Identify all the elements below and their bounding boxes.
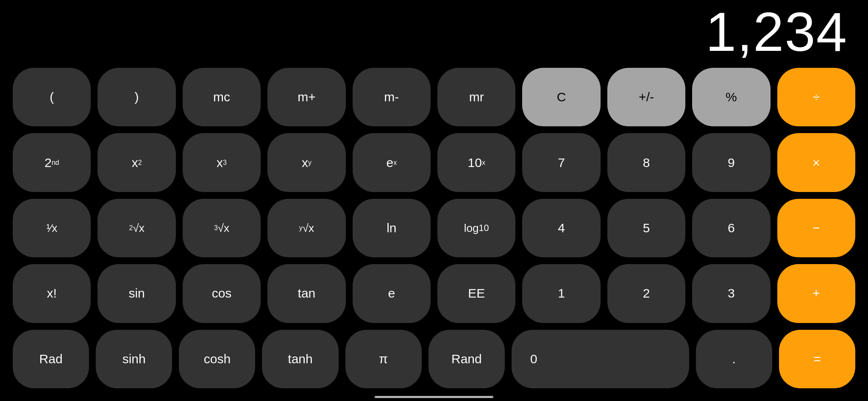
pi-button[interactable]: π: [345, 330, 422, 388]
tanh-button[interactable]: tanh: [262, 330, 338, 388]
x-squared-button[interactable]: x2: [97, 133, 175, 192]
m-minus-button[interactable]: m-: [353, 68, 431, 126]
minus-button[interactable]: −: [777, 199, 855, 257]
button-grid: ( ) mc m+ m- mr C +/- % ÷ 2nd x2 x3 xy e…: [0, 68, 868, 393]
six-button[interactable]: 6: [692, 199, 770, 257]
row-1: ( ) mc m+ m- mr C +/- % ÷: [13, 68, 855, 126]
sqrty-button[interactable]: y√x: [267, 199, 345, 257]
display-area: 1,234: [0, 0, 868, 68]
rand-button[interactable]: Rand: [428, 330, 505, 388]
log10-button[interactable]: log10: [437, 199, 515, 257]
multiply-button[interactable]: ×: [777, 133, 855, 192]
ln-button[interactable]: ln: [353, 199, 431, 257]
cosh-button[interactable]: cosh: [179, 330, 255, 388]
clear-button[interactable]: C: [522, 68, 600, 126]
e-button[interactable]: e: [353, 264, 431, 323]
decimal-button[interactable]: .: [696, 330, 772, 388]
equals-button[interactable]: =: [779, 330, 855, 388]
tan-button[interactable]: tan: [267, 264, 345, 323]
x-y-button[interactable]: xy: [267, 133, 345, 192]
mr-button[interactable]: mr: [437, 68, 515, 126]
two-button[interactable]: 2: [607, 264, 685, 323]
divide-button[interactable]: ÷: [777, 68, 855, 126]
row-3: ¹⁄x 2√x 3√x y√x ln log10 4 5 6 −: [13, 199, 855, 257]
zero-button[interactable]: 0: [512, 330, 689, 388]
one-over-x-button[interactable]: ¹⁄x: [13, 199, 91, 257]
e-x-button[interactable]: ex: [353, 133, 431, 192]
five-button[interactable]: 5: [607, 199, 685, 257]
ee-button[interactable]: EE: [437, 264, 515, 323]
percent-button[interactable]: %: [692, 68, 770, 126]
ten-x-button[interactable]: 10x: [437, 133, 515, 192]
row-5: Rad sinh cosh tanh π Rand 0 . =: [13, 330, 855, 388]
sqrt3-button[interactable]: 3√x: [183, 199, 261, 257]
factorial-button[interactable]: x!: [13, 264, 91, 323]
cos-button[interactable]: cos: [183, 264, 261, 323]
four-button[interactable]: 4: [522, 199, 600, 257]
m-plus-button[interactable]: m+: [267, 68, 345, 126]
plus-minus-button[interactable]: +/-: [607, 68, 685, 126]
second-button[interactable]: 2nd: [13, 133, 91, 192]
sin-button[interactable]: sin: [97, 264, 175, 323]
open-paren-button[interactable]: (: [13, 68, 91, 126]
close-paren-button[interactable]: ): [97, 68, 175, 126]
sqrt2-button[interactable]: 2√x: [97, 199, 175, 257]
one-button[interactable]: 1: [522, 264, 600, 323]
rad-button[interactable]: Rad: [13, 330, 89, 388]
mc-button[interactable]: mc: [183, 68, 261, 126]
home-bar: [375, 396, 493, 398]
sinh-button[interactable]: sinh: [96, 330, 172, 388]
three-button[interactable]: 3: [692, 264, 770, 323]
x-cubed-button[interactable]: x3: [183, 133, 261, 192]
display-value: 1,234: [706, 4, 848, 59]
eight-button[interactable]: 8: [607, 133, 685, 192]
seven-button[interactable]: 7: [522, 133, 600, 192]
plus-button[interactable]: +: [777, 264, 855, 323]
row-4: x! sin cos tan e EE 1 2 3 +: [13, 264, 855, 323]
nine-button[interactable]: 9: [692, 133, 770, 192]
row-2: 2nd x2 x3 xy ex 10x 7 8 9 ×: [13, 133, 855, 192]
home-indicator-area: [0, 393, 868, 401]
